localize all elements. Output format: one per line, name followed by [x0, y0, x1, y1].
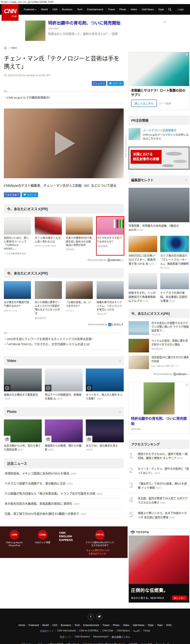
news-list-item[interactable]: ベネズエラ首都で大規模デモ、軍の動向に注目02/04: [4, 478, 124, 488]
video-list-item[interactable]: ▶ 強風のなか横向きで着陸成功10/20: [4, 368, 42, 401]
footer-nav-odd-news[interactable]: Odd News: [131, 624, 146, 626]
chevron-right-icon[interactable]: ›: [119, 359, 121, 363]
footer-link-broadcast-contact[interactable]: 日本でのCNNの放送に関するお問い合わせ: [83, 642, 125, 644]
tweet-button[interactable]: ツイート: [107, 81, 124, 86]
footer-link-cnn-international[interactable]: CNN International: [55, 629, 77, 632]
news-list-item[interactable]: 米大陸先住民の大量虐殺、気候変動の原因に 英研究02/04: [4, 498, 124, 508]
footer-link-ads[interactable]: 広告掲載: [129, 642, 138, 644]
ranking-item[interactable]: 5 南極より寒いシカゴ、氷点下56度のミネソタ 米北部に猛烈な寒波01/30: [128, 508, 190, 522]
footer-nav-home[interactable]: Home: [17, 624, 27, 626]
top-banner-ad[interactable]: 特許出願中の育毛剤、ついに発売開始 SAKURA 製薬会社と共同開発した、最新の…: [25, 20, 166, 41]
footer-nav-photo[interactable]: Photo: [111, 624, 121, 626]
mail-magazine-link[interactable]: メールマガジン会員募集中: [143, 128, 190, 132]
facebook-recommend-button[interactable]: f おすすめ 0: [4, 192, 20, 197]
nav-item-travel[interactable]: Travel: [105, 8, 117, 12]
logly-logo[interactable]: LoLOGLY: [108, 323, 124, 326]
adchoices-icon[interactable]: [163, 20, 166, 24]
adchoices-icon[interactable]: [185, 53, 188, 56]
adchoices-arrow-icon[interactable]: ▷: [188, 373, 190, 376]
footer-link-arabic[interactable]: العربية: [131, 629, 141, 632]
play-icon[interactable]: [55, 131, 75, 156]
footer-nav-topic[interactable]: Topic: [155, 624, 165, 626]
pr-link-mailmag[interactable]: ・CNN.co.jpメルマガ購読者募集中！: [4, 95, 124, 100]
sidebar-ad-toyota[interactable]: TOYOTA 圧倒的な低燃費。 あなたに答える。NEW PRIUS 詳しくは＞: [128, 528, 190, 603]
chevron-right-icon[interactable]: ›: [119, 410, 121, 414]
editor-select-item[interactable]: 斜面すれすれ、ヘリが超絶技巧で負傷者救助 仏アルプス01/10: [128, 273, 157, 303]
footer-link-cnn-chile[interactable]: CNN Chile: [100, 629, 115, 632]
footer-nav-usa[interactable]: USA: [50, 624, 59, 626]
footer-link-privacy[interactable]: プライバシー: [21, 642, 34, 644]
recommend-card[interactable]: なぜ東京の不動産が独り勝ちなのか? ボルテックス: [4, 281, 31, 319]
footer-link-contact[interactable]: CNN.co.jpに関する御意見・お問い合わせ: [38, 642, 79, 644]
news-list-item[interactable]: 日産、英工場でのSUV生産計画を撤回 EU離脱への懸念で02/04: [4, 508, 124, 519]
footer-nav-video[interactable]: Video: [121, 624, 131, 626]
nav-item-entertainment[interactable]: Entertainment: [85, 8, 105, 12]
editor-select-lead-item[interactable]: 写真特集：世界最大の未完成機、2機目のAn22501/03: [128, 188, 190, 232]
footer-nav-world[interactable]: World: [40, 624, 50, 626]
facebook-share-button[interactable]: f シェア 0: [92, 81, 106, 86]
footer-link-bleacherreport[interactable]: bleacherreport: [92, 635, 110, 638]
tweet-button[interactable]: ツイート: [22, 192, 38, 197]
footer-link-terms[interactable]: サイト利用: [141, 642, 152, 644]
pr-link-vforum[interactable]: ・「vFORUM TOKYO」で示された、次世代基幹システムの姿とは!: [4, 342, 124, 347]
recommend-card[interactable]: 日本人が開発!60日で英語を話し始められる勉強法に世界が仰天 SPRING: [66, 217, 93, 255]
news-list-item[interactable]: テロ組織が勢力回復なら「再び米軍派遣」 トランプ氏が可能性を示唆02/04: [4, 488, 124, 498]
nav-item-style[interactable]: Style: [156, 8, 166, 12]
news-list-item[interactable]: 米国防総省、メキシコ国境に米兵約3750人を増派02/04: [4, 468, 124, 478]
photo-list-item[interactable]: 北京五輪から10年、変わり果てた競技会場08/17: [4, 420, 42, 452]
nav-item-video[interactable]: Video: [128, 8, 139, 12]
promo-english-express[interactable]: CNN ENGLISH EXPRESS: [59, 530, 80, 542]
sidebar-ad-gun-report[interactable]: 米国における 銃乱射事件の実態: [128, 147, 190, 170]
nav-item-featured[interactable]: Featured: [22, 8, 39, 12]
footer-link-sitemap[interactable]: サイトマップ: [156, 642, 169, 644]
app-promo-cnnj[interactable]: CNNj CNNテレビ視聴: [31, 530, 54, 544]
video-list-item[interactable]: ▶ 雪山でヘリが超絶技巧、負傷者を救助 仏01/10: [45, 368, 83, 401]
footer-link-cnn-espanol[interactable]: CNN en ESPAÑOL: [78, 629, 101, 632]
outbrain-logo[interactable]: butbrain: [108, 258, 121, 262]
nav-item-world[interactable]: World: [39, 8, 50, 12]
recommend-item[interactable]: ベトナムの迷信：茶碗に箸を突き刺すべきではない理由 NewSphere: [128, 339, 190, 352]
footer-link-turkce[interactable]: Türkçe: [141, 629, 152, 632]
editor-select-item[interactable]: カリブ海の巨大陥没穴「グレートブルーホール」、海底探査で謎解明へ12/12: [160, 236, 189, 270]
promo-cnn-us[interactable]: CNN US. アメリカ国内CNNUSのテレビをそのまま日本で ちょっと押すだけ…: [86, 530, 114, 556]
photo-list-item[interactable]: 操縦席からの絶景、飛行士が撮影09/27: [45, 420, 83, 452]
footer-nav-business[interactable]: Business: [59, 624, 73, 626]
footer-nav-featured[interactable]: Featured: [27, 624, 40, 626]
ad-cta-button[interactable]: 詳しくは＞: [172, 596, 187, 600]
recommend-item[interactable]: 月々の支払いが調整できるクラウンの賢い買い方 ラクラク残価設定型プ… TOYOT…: [128, 321, 190, 336]
pr-info-item[interactable]: メールマガジン会員募集中 CNN.co.jpのメールマガジンのお申し込みはこちら…: [128, 128, 190, 141]
adchoices-arrow-icon[interactable]: ▷: [122, 259, 124, 261]
recommend-card[interactable]: すごっ!私の家がこんなに高く売れるとは Speee on Smile Style: [35, 217, 62, 255]
recommend-item[interactable]: 羽生結弦SPに磨きをかけた運命の対談 toto・BIG by 日本スポーツ…: [128, 356, 190, 369]
nav-item-usa[interactable]: USA: [50, 8, 60, 12]
editor-select-item[interactable]: ナイアガラの滝が凍結、米北東部に記録的な寒波01/23: [160, 273, 189, 303]
recommend-card[interactable]: 空いた時間に携帯ゲームをしただけ!?英語が喋れるようになった方法 株式会社It'…: [35, 281, 62, 319]
editor-select-item[interactable]: 3000万匹に1匹の希少なロブスター、鮮魚市場で見つかる 米01/15: [128, 236, 157, 270]
login-button[interactable]: Login: [173, 8, 188, 11]
ranking-item[interactable]: 3 「魔女狩り」で母子5人殺害、男6人を逮捕 インド東部01/31: [128, 478, 190, 493]
sidebar-ad-sakura[interactable]: 特許出願中の育毛剤、ついに発売開始 SAKURA: [128, 382, 190, 434]
ranking-item[interactable]: 4 米北部、猛烈な寒波で16人死亡 11州でアラスカ以上の寒さ02/01: [128, 493, 190, 508]
cnn-logo[interactable]: CNN .co.jp: [1, 4, 18, 21]
footer-nav-entertainment[interactable]: Entertainment: [82, 624, 101, 626]
home-icon[interactable]: [4, 46, 7, 49]
app-promo-iphone[interactable]: CNN CNN.co.jp App for iPhone/iPad: [3, 530, 26, 547]
recommend-card[interactable]: 気持ちいいほど、新しい新世代ベーシック「COROLLA SPORT」… トヨタ自…: [4, 217, 31, 255]
outbrain-logo[interactable]: butbrain: [173, 372, 187, 376]
pr-link-telework[interactable]: ・2020年を前にテレワークを実現するネットインフラの改革は急務!: [4, 336, 124, 342]
ad-title[interactable]: 特許出願中の育毛剤、ついに発売開始: [48, 20, 120, 26]
footer-link-cnn-business[interactable]: CNN Business: [73, 635, 92, 638]
recommend-card[interactable]: 残暑を乗り切るキーアイテム。リネンパンツを味方につける TASCLAP: [97, 281, 124, 319]
twitter-icon[interactable]: [96, 614, 102, 620]
adchoices-icon[interactable]: [185, 384, 188, 386]
ad-cta-button[interactable]: 詳しくはこちら: [131, 100, 157, 107]
sidebar-ad-rohto[interactable]: 老眼鏡とサヨナラ！ロート製薬の目のサプリ 詳しくはこちら ロート製薬: [128, 52, 190, 110]
footer-nav-travel[interactable]: Travel: [101, 624, 111, 626]
footer-link-cnn-mexico[interactable]: CNN México: [115, 629, 131, 632]
nav-item-odd-news[interactable]: Odd News: [140, 8, 156, 12]
video-poster-image[interactable]: [4, 108, 124, 178]
recommend-card[interactable]: 「父親の自覚」は、いつ生まれた? ビジョン: [66, 281, 93, 319]
chevron-right-icon[interactable]: ›: [186, 178, 187, 182]
nav-item-business[interactable]: Business: [60, 8, 75, 12]
breadcrumb-section[interactable]: Video: [11, 46, 17, 49]
